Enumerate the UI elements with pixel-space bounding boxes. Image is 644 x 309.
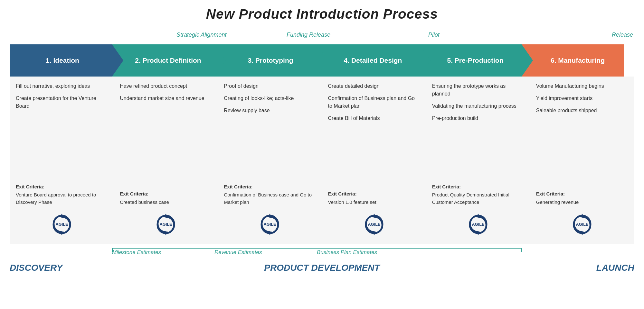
arrow-prototyping: 3. Prototyping (214, 44, 317, 77)
col-manufacturing: Volume Manufacturing beginsYield improve… (530, 77, 634, 244)
arrow-pre-production: 5. Pre-Production (419, 44, 522, 77)
col-detailed-design: Create detailed designConfirmation of Bu… (322, 77, 426, 244)
exit-criteria: Exit Criteria: Confirmation of Business … (224, 183, 316, 206)
content-area: Fill out narrative, exploring ideasCreat… (10, 77, 634, 244)
exit-criteria: Exit Criteria: Version 1.0 feature set (328, 190, 420, 206)
svg-text:AGILE: AGILE (56, 222, 69, 227)
task-item: Fill out narrative, exploring ideas (16, 82, 108, 90)
development-label: PRODUCT DEVELOPMENT (112, 263, 532, 273)
exit-criteria: Exit Criteria: Venture Board approval to… (16, 183, 108, 206)
exit-criteria: Exit Criteria: Product Quality Demonstra… (432, 183, 524, 206)
task-item: Proof of design (224, 82, 316, 90)
col-product-definition: Have refined product conceptUnderstand m… (114, 77, 218, 244)
exit-criteria-text: Generating revenue (536, 199, 579, 205)
col-prototyping: Proof of designCreating of looks-like; a… (218, 77, 322, 244)
svg-text:AGILE: AGILE (368, 222, 381, 227)
agile-badge: AGILE (16, 212, 108, 241)
task-item: Ensuring the prototype works as planned (432, 82, 524, 98)
col-ideation: Fill out narrative, exploring ideasCreat… (10, 77, 114, 244)
exit-criteria: Exit Criteria: Generating revenue (536, 190, 628, 206)
col-content: Create detailed designConfirmation of Bu… (328, 82, 420, 187)
pilot-label: Pilot (428, 32, 440, 38)
arrow-product-definition: 2. Product Definition (112, 44, 214, 77)
exit-criteria-text: Confirmation of Business case and Go to … (224, 192, 312, 205)
phase-labels: DISCOVERY PRODUCT DEVELOPMENT LAUNCH (10, 263, 634, 273)
col-content: Ensuring the prototype works as plannedV… (432, 82, 524, 180)
col-content: Proof of designCreating of looks-like; a… (224, 82, 316, 180)
task-item: Create presentation for the Venture Boar… (16, 95, 108, 110)
exit-criteria-label: Exit Criteria: (120, 190, 212, 198)
release-label: Release (612, 32, 633, 38)
col-content: Have refined product conceptUnderstand m… (120, 82, 212, 187)
agile-badge: AGILE (432, 212, 524, 241)
svg-text:AGILE: AGILE (160, 222, 173, 227)
exit-criteria-text: Venture Board approval to proceed to Dis… (16, 192, 96, 205)
task-item: Pre-production build (432, 114, 524, 122)
task-item: Creating of looks-like; acts-like (224, 95, 316, 102)
exit-criteria-label: Exit Criteria: (16, 183, 108, 191)
arrow-detailed-design: 4. Detailed Design (317, 44, 419, 77)
phase-arrows: 1. Ideation2. Product Definition3. Proto… (10, 44, 634, 77)
agile-badge: AGILE (120, 212, 212, 241)
task-item: Volume Manufacturing begins (536, 82, 628, 90)
agile-badge: AGILE (328, 212, 420, 241)
svg-text:AGILE: AGILE (264, 222, 277, 227)
exit-criteria-text: Product Quality Demonstrated Initial Cus… (432, 192, 509, 205)
task-item: Have refined product concept (120, 82, 212, 90)
exit-criteria-label: Exit Criteria: (536, 190, 628, 198)
task-item: Validating the manufacturing process (432, 102, 524, 110)
col-content: Volume Manufacturing beginsYield improve… (536, 82, 628, 187)
exit-criteria-text: Version 1.0 feature set (328, 199, 376, 205)
strategic-alignment-label: Strategic Alignment (176, 32, 226, 38)
task-item: Confirmation of Business plan and Go to … (328, 95, 420, 110)
svg-text:AGILE: AGILE (576, 222, 589, 227)
arrow-manufacturing: 6. Manufacturing (522, 44, 624, 77)
launch-label: LAUNCH (532, 263, 634, 273)
page-title: New Product Introduction Process (10, 6, 634, 22)
discovery-label: DISCOVERY (10, 263, 112, 273)
task-item: Review supply base (224, 107, 316, 114)
exit-criteria-text: Created business case (120, 199, 169, 205)
svg-text:AGILE: AGILE (472, 222, 485, 227)
task-item: Understand market size and revenue (120, 95, 212, 102)
task-item: Create detailed design (328, 82, 420, 90)
exit-criteria-label: Exit Criteria: (224, 183, 316, 191)
arrow-ideation: 1. Ideation (10, 44, 112, 77)
col-pre-production: Ensuring the prototype works as plannedV… (426, 77, 530, 244)
exit-criteria: Exit Criteria: Created business case (120, 190, 212, 206)
task-item: Saleable products shipped (536, 107, 628, 114)
funding-release-label: Funding Release (287, 32, 330, 38)
agile-badge: AGILE (536, 212, 628, 241)
agile-badge: AGILE (224, 212, 316, 241)
exit-criteria-label: Exit Criteria: (328, 190, 420, 198)
task-item: Yield improvement starts (536, 95, 628, 102)
col-content: Fill out narrative, exploring ideasCreat… (16, 82, 108, 180)
exit-criteria-label: Exit Criteria: (432, 183, 524, 191)
task-item: Create Bill of Materials (328, 114, 420, 122)
